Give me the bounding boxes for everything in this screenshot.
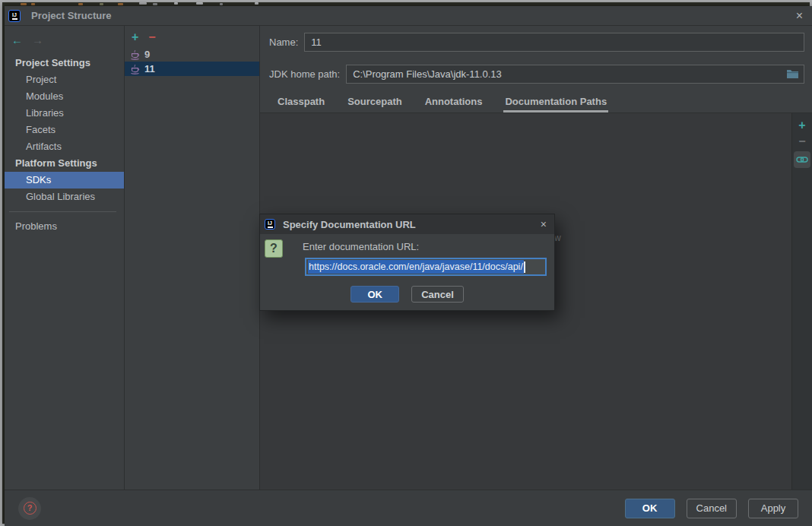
background-artifact — [118, 3, 123, 5]
sdk-name-input[interactable] — [304, 33, 804, 52]
modal-body: ? Enter documentation URL: https://docs.… — [260, 234, 554, 310]
close-icon[interactable]: × — [796, 10, 803, 22]
dialog-footer: ? OK Cancel Apply — [5, 490, 812, 526]
sidebar-item-global-libraries[interactable]: Global Libraries — [5, 189, 124, 205]
paths-toolbar: + − — [791, 113, 812, 490]
background-artifact — [153, 3, 157, 5]
java-sdk-icon — [130, 49, 140, 60]
background-artifact — [78, 3, 83, 5]
apply-button[interactable]: Apply — [748, 499, 798, 518]
sdk-list-panel: + − 9 — [124, 26, 260, 490]
ok-button[interactable]: OK — [625, 499, 675, 518]
background-artifact — [196, 2, 203, 5]
documentation-url-input[interactable]: https://docs.oracle.com/en/java/javase/1… — [305, 258, 547, 276]
sidebar-divider — [9, 211, 116, 212]
history-nav: ← → — [5, 30, 124, 49]
add-sdk-icon[interactable]: + — [132, 31, 138, 43]
modal-title: Specify Documentation URL — [283, 219, 416, 230]
remove-path-icon[interactable]: − — [798, 138, 805, 145]
add-path-icon[interactable]: + — [798, 119, 805, 132]
sidebar-item-project[interactable]: Project — [5, 71, 124, 88]
background-artifact — [31, 3, 35, 5]
help-button[interactable]: ? — [18, 497, 41, 520]
settings-sidebar: ← → Project Settings Project Modules Lib… — [5, 26, 124, 490]
sidebar-item-facets[interactable]: Facets — [5, 122, 124, 138]
question-icon: ? — [265, 239, 283, 258]
modal-titlebar: IJ Specify Documentation URL × — [260, 214, 554, 234]
text-caret — [524, 261, 525, 273]
section-header-platform-settings: Platform Settings — [5, 155, 124, 172]
sdk-item-label: 9 — [144, 49, 150, 60]
screenshot-root: IJ Project Structure × ← → Project Setti… — [0, 0, 812, 526]
tab-documentation-paths[interactable]: Documentation Paths — [505, 96, 607, 112]
tab-sourcepath[interactable]: Sourcepath — [347, 96, 402, 112]
background-artifact — [100, 3, 103, 5]
tab-classpath[interactable]: Classpath — [278, 96, 325, 112]
documentation-url-prompt: Enter documentation URL: — [303, 241, 419, 252]
background-artifact — [174, 2, 178, 5]
dialog-titlebar: IJ Project Structure × — [5, 6, 812, 26]
tab-annotations[interactable]: Annotations — [425, 96, 483, 112]
specify-url-link-icon[interactable] — [794, 151, 810, 168]
section-header-project-settings: Project Settings — [5, 55, 124, 71]
sidebar-item-artifacts[interactable]: Artifacts — [5, 138, 124, 155]
modal-ok-button[interactable]: OK — [350, 286, 399, 303]
help-icon: ? — [24, 502, 36, 515]
jdk-home-path-label: JDK home path: — [269, 68, 340, 80]
background-artifact — [255, 2, 259, 5]
sdk-item-label: 11 — [144, 63, 155, 74]
window-title: Project Structure — [31, 10, 111, 21]
sidebar-item-sdks[interactable]: SDKs — [5, 172, 124, 189]
specify-documentation-url-dialog: IJ Specify Documentation URL × ? Enter d… — [259, 214, 555, 311]
forward-arrow-icon: → — [32, 34, 43, 46]
background-artifact — [220, 3, 223, 5]
name-label: Name: — [269, 36, 298, 48]
sidebar-item-libraries[interactable]: Libraries — [5, 105, 124, 122]
sdk-editor-tabs: Classpath Sourcepath Annotations Documen… — [260, 94, 812, 112]
modal-close-icon[interactable]: × — [541, 219, 547, 230]
background-artifact — [21, 3, 27, 5]
selected-url-text: https://docs.oracle.com/en/java/javase/1… — [308, 260, 524, 274]
jdk-home-path-input[interactable] — [346, 65, 804, 84]
intellij-logo-icon: IJ — [8, 10, 21, 22]
java-sdk-icon — [130, 64, 140, 74]
sidebar-item-problems[interactable]: Problems — [5, 218, 124, 235]
sdk-list-toolbar: + − — [125, 30, 259, 45]
cancel-button[interactable]: Cancel — [687, 499, 737, 518]
remove-sdk-icon[interactable]: − — [148, 31, 155, 43]
sidebar-item-modules[interactable]: Modules — [5, 88, 124, 105]
sdk-list-item-9[interactable]: 9 — [125, 47, 259, 62]
background-artifact — [139, 2, 147, 5]
modal-cancel-button[interactable]: Cancel — [411, 286, 464, 303]
sdk-list-item-11[interactable]: 11 — [125, 62, 259, 76]
back-arrow-icon[interactable]: ← — [11, 34, 23, 46]
obscured-text-fragment: w — [554, 233, 561, 243]
intellij-logo-icon: IJ — [265, 219, 275, 230]
browse-folder-icon[interactable] — [785, 68, 800, 81]
